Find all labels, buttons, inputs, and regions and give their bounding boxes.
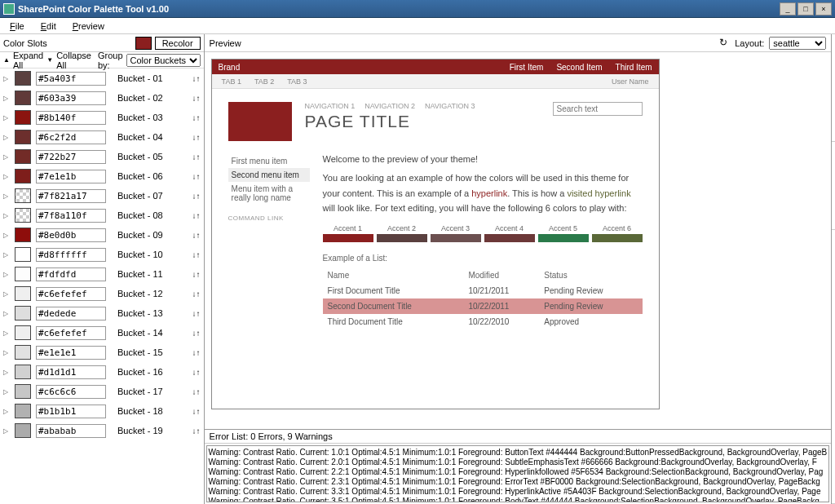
maximize-button[interactable]: □ <box>797 2 814 15</box>
sort-icon[interactable]: ↓↑ <box>192 348 201 357</box>
chevron-right-icon[interactable]: ▷ <box>3 388 10 396</box>
menu-file[interactable]: File <box>5 20 29 33</box>
chevron-right-icon[interactable]: ▷ <box>3 427 10 435</box>
color-swatch[interactable] <box>15 423 31 438</box>
sort-icon[interactable]: ↓↑ <box>192 153 201 161</box>
hex-input[interactable] <box>36 91 106 105</box>
hex-input[interactable] <box>36 248 106 262</box>
color-swatch[interactable] <box>15 345 31 360</box>
hex-input[interactable] <box>36 111 106 125</box>
sort-icon[interactable]: ↓↑ <box>192 368 201 377</box>
tab[interactable]: TAB 2 <box>254 77 274 86</box>
refresh-icon[interactable]: ↻ <box>717 37 730 50</box>
chevron-right-icon[interactable]: ▷ <box>3 329 10 337</box>
hex-input[interactable] <box>36 424 106 438</box>
hex-input[interactable] <box>36 287 106 301</box>
error-list[interactable]: Warning: Contrast Ratio. Current: 1.0:1 … <box>206 445 830 502</box>
color-swatch[interactable] <box>15 384 31 399</box>
sort-icon[interactable]: ↓↑ <box>192 113 201 122</box>
error-item[interactable]: Warning: Contrast Ratio. Current: 1.0:1 … <box>209 448 828 458</box>
hex-input[interactable] <box>36 385 106 399</box>
error-item[interactable]: Warning: Contrast Ratio. Current: 3.5:1 … <box>209 497 828 502</box>
recolor-button[interactable]: Recolor <box>155 37 201 50</box>
color-swatch[interactable] <box>15 149 31 164</box>
color-swatch[interactable] <box>15 306 31 321</box>
error-item[interactable]: Warning: Contrast Ratio. Current: 2.3:1 … <box>209 477 828 487</box>
slot-list[interactable]: ▷ Bucket - 01 ↓↑▷ Bucket - 02 ↓↑▷ Bucket… <box>0 69 204 504</box>
hex-input[interactable] <box>36 307 106 321</box>
hyperlink-sample[interactable]: hyperlink <box>471 188 507 198</box>
chevron-right-icon[interactable]: ▷ <box>3 153 10 161</box>
tab[interactable]: TAB 1 <box>222 77 241 86</box>
chevron-right-icon[interactable]: ▷ <box>3 251 10 259</box>
sort-icon[interactable]: ↓↑ <box>192 74 201 83</box>
color-swatch[interactable] <box>15 228 31 242</box>
layout-select[interactable]: seattle <box>769 37 826 50</box>
brand-item[interactable]: Second Item <box>556 63 602 72</box>
search-input[interactable] <box>553 102 643 116</box>
collapse-all-link[interactable]: Collapse All <box>56 51 91 70</box>
hex-input[interactable] <box>36 267 106 281</box>
color-swatch[interactable] <box>15 208 31 223</box>
recolor-swatch[interactable] <box>135 37 152 50</box>
visited-hyperlink-sample[interactable]: visited hyperlink <box>567 188 630 198</box>
sort-icon[interactable]: ↓↑ <box>192 192 201 201</box>
color-swatch[interactable] <box>15 404 31 418</box>
hex-input[interactable] <box>36 326 106 340</box>
menu-edit[interactable]: Edit <box>36 20 61 33</box>
command-link[interactable]: COMMAND LINK <box>228 214 310 222</box>
sort-icon[interactable]: ↓↑ <box>192 270 201 279</box>
menu-item[interactable]: Menu item with a really long name <box>228 182 310 205</box>
chevron-right-icon[interactable]: ▷ <box>3 95 10 102</box>
color-swatch[interactable] <box>15 169 31 183</box>
error-item[interactable]: Warning: Contrast Ratio. Current: 2.2:1 … <box>209 467 828 477</box>
chevron-right-icon[interactable]: ▷ <box>3 173 10 180</box>
sort-icon[interactable]: ↓↑ <box>192 172 201 181</box>
table-row[interactable]: Third Document Title10/22/2010Approved <box>323 314 643 329</box>
color-swatch[interactable] <box>15 365 31 379</box>
chevron-right-icon[interactable]: ▷ <box>3 271 10 278</box>
chevron-right-icon[interactable]: ▷ <box>3 232 10 239</box>
hex-input[interactable] <box>36 189 106 203</box>
hex-input[interactable] <box>36 365 106 379</box>
chevron-right-icon[interactable]: ▷ <box>3 192 10 200</box>
tab[interactable]: TAB 3 <box>287 77 307 86</box>
sort-icon[interactable]: ↓↑ <box>192 231 201 240</box>
brand-item[interactable]: Third Item <box>616 63 652 72</box>
sort-icon[interactable]: ↓↑ <box>192 133 201 142</box>
minimize-button[interactable]: _ <box>780 2 796 15</box>
color-swatch[interactable] <box>15 267 31 281</box>
chevron-right-icon[interactable]: ▷ <box>3 310 10 317</box>
chevron-right-icon[interactable]: ▷ <box>3 290 10 298</box>
chevron-right-icon[interactable]: ▷ <box>3 408 10 415</box>
hex-input[interactable] <box>36 150 106 164</box>
nav-link[interactable]: NAVIGATION 2 <box>364 102 415 110</box>
hex-input[interactable] <box>36 346 106 360</box>
sort-icon[interactable]: ↓↑ <box>192 94 201 103</box>
sort-icon[interactable]: ↓↑ <box>192 309 201 318</box>
sort-icon[interactable]: ↓↑ <box>192 250 201 259</box>
color-swatch[interactable] <box>15 71 31 86</box>
sort-icon[interactable]: ↓↑ <box>192 407 201 416</box>
hex-input[interactable] <box>36 228 106 242</box>
hex-input[interactable] <box>36 405 106 418</box>
expand-all-link[interactable]: Expand All <box>13 51 43 70</box>
color-swatch[interactable] <box>15 286 31 301</box>
hex-input[interactable] <box>36 209 106 223</box>
table-row[interactable]: First Document Title10/21/2011Pending Re… <box>323 283 643 298</box>
color-swatch[interactable] <box>15 325 31 340</box>
error-item[interactable]: Warning: Contrast Ratio. Current: 2.0:1 … <box>209 458 828 467</box>
sort-icon[interactable]: ↓↑ <box>192 329 201 338</box>
hex-input[interactable] <box>36 170 106 183</box>
error-item[interactable]: Warning: Contrast Ratio. Current: 3.3:1 … <box>209 487 828 497</box>
color-swatch[interactable] <box>15 130 31 144</box>
sort-icon[interactable]: ↓↑ <box>192 427 201 435</box>
chevron-right-icon[interactable]: ▷ <box>3 134 10 141</box>
sort-icon[interactable]: ↓↑ <box>192 387 201 396</box>
table-row[interactable]: Second Document Title10/22/2011Pending R… <box>323 298 643 314</box>
chevron-right-icon[interactable]: ▷ <box>3 75 10 82</box>
sort-icon[interactable]: ↓↑ <box>192 290 201 298</box>
chevron-right-icon[interactable]: ▷ <box>3 212 10 219</box>
chevron-right-icon[interactable]: ▷ <box>3 114 10 122</box>
groupby-select[interactable]: Color Buckets <box>126 54 201 67</box>
